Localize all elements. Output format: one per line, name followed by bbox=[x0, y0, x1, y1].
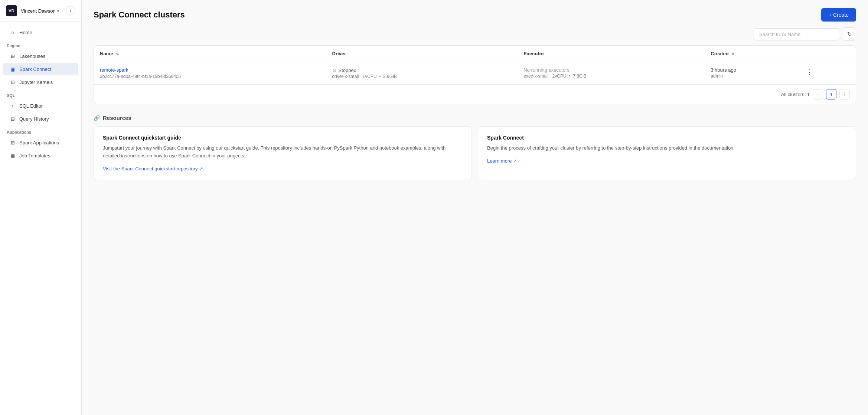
resource-card-2-title: Spark Connect bbox=[487, 135, 847, 141]
resources-label: Resources bbox=[103, 115, 131, 121]
spark-app-icon: ⊞ bbox=[10, 140, 16, 146]
sidebar-item-sql-editor-label: SQL Editor bbox=[19, 103, 43, 109]
created-time: 3 hours ago bbox=[711, 67, 792, 73]
sort-icon-created: ⇅ bbox=[731, 52, 734, 56]
sidebar-item-lakehouses[interactable]: ⊞ Lakehouses bbox=[3, 50, 78, 62]
clusters-table: Name ⇅ Driver Executor Created ⇅ bbox=[94, 46, 856, 84]
applications-section-label: Applications bbox=[0, 125, 81, 136]
refresh-button[interactable]: ↻ bbox=[843, 27, 856, 41]
cell-created: 3 hours ago admin bbox=[705, 62, 798, 85]
col-name: Name ⇅ bbox=[94, 46, 326, 62]
sidebar: VD Vincent Dawson ▾ ‹ ⌂ Home Engine ⊞ La… bbox=[0, 0, 82, 415]
col-actions bbox=[798, 46, 856, 62]
sidebar-item-job-templates-label: Job Templates bbox=[19, 153, 50, 159]
sidebar-collapse-button[interactable]: ‹ bbox=[66, 6, 75, 16]
spark-connect-icon: ▣ bbox=[10, 66, 16, 72]
sidebar-item-query-history-label: Query History bbox=[19, 116, 49, 122]
sidebar-item-job-templates[interactable]: ▦ Job Templates bbox=[3, 149, 78, 162]
col-executor: Executor bbox=[518, 46, 705, 62]
resource-card-2-desc: Begin the process of crafting your clust… bbox=[487, 144, 847, 152]
col-driver: Driver bbox=[326, 46, 518, 62]
sidebar-item-spark-applications[interactable]: ⊞ Spark Applications bbox=[3, 136, 78, 149]
resource-card-quickstart: Spark Connect quickstart guide Jumpstart… bbox=[94, 126, 472, 180]
resources-heading: 🔗 Resources bbox=[94, 115, 856, 121]
engine-section-label: Engine bbox=[0, 39, 81, 49]
cluster-id: 3b2cc77a-bd0a-48f4-bf1a-15b48f369405 bbox=[100, 74, 181, 79]
jupyter-icon: ⊡ bbox=[10, 79, 16, 85]
executor-status-text: No running executors bbox=[523, 67, 699, 73]
driver-status-text: Stopped bbox=[339, 68, 356, 73]
sidebar-item-home[interactable]: ⌂ Home bbox=[3, 26, 78, 39]
sidebar-navigation: ⌂ Home Engine ⊞ Lakehouses ▣ Spark Conne… bbox=[0, 22, 81, 166]
sidebar-item-spark-app-label: Spark Applications bbox=[19, 140, 59, 146]
external-link-icon-1: ↗ bbox=[199, 166, 203, 171]
cell-more: ⋮ bbox=[798, 62, 856, 85]
page-title: Spark Connect clusters bbox=[94, 10, 185, 20]
resources-section: 🔗 Resources Spark Connect quickstart gui… bbox=[94, 115, 856, 180]
page-number-button[interactable]: 1 bbox=[826, 89, 836, 99]
query-history-icon: ⊟ bbox=[10, 116, 16, 122]
sidebar-item-spark-connect[interactable]: ▣ Spark Connect bbox=[3, 63, 78, 75]
sidebar-item-lakehouses-label: Lakehouses bbox=[19, 53, 45, 59]
created-by: admin bbox=[711, 73, 792, 79]
cluster-name-link[interactable]: remote-spark bbox=[100, 67, 320, 73]
more-options-button[interactable]: ⋮ bbox=[804, 67, 815, 77]
resource-card-1-desc: Jumpstart your journey with Spark Connec… bbox=[103, 144, 463, 160]
chevron-down-icon: ▾ bbox=[57, 9, 59, 13]
username-label: Vincent Dawson ▾ bbox=[21, 8, 59, 14]
cell-driver: ⊘ Stopped driver-x-small 1vCPU • 3.9GiB bbox=[326, 62, 518, 85]
sidebar-item-sql-editor[interactable]: ↑ SQL Editor bbox=[3, 99, 78, 112]
clusters-table-container: Name ⇅ Driver Executor Created ⇅ bbox=[94, 45, 856, 104]
col-created: Created ⇅ bbox=[705, 46, 798, 62]
sidebar-item-home-label: Home bbox=[19, 30, 32, 35]
driver-status: ⊘ Stopped bbox=[332, 67, 512, 73]
table-row: remote-spark 3b2cc77a-bd0a-48f4-bf1a-15b… bbox=[94, 62, 856, 85]
stopped-icon: ⊘ bbox=[332, 67, 337, 73]
next-page-button[interactable]: › bbox=[839, 89, 850, 99]
page-header: Spark Connect clusters + Create bbox=[82, 0, 868, 27]
resource-card-1-link-text: Visit the Spark Connect quickstart repos… bbox=[103, 166, 198, 171]
avatar: VD bbox=[6, 5, 17, 16]
resource-card-2-link[interactable]: Learn more ↗ bbox=[487, 158, 847, 164]
lakehouses-icon: ⊞ bbox=[10, 53, 16, 59]
search-input[interactable] bbox=[754, 28, 839, 40]
resource-card-2-link-text: Learn more bbox=[487, 158, 512, 164]
executor-specs: exec-x-small 2vCPU • 7.8GiB bbox=[523, 73, 699, 79]
sql-section-label: SQL bbox=[0, 89, 81, 99]
sidebar-item-spark-connect-label: Spark Connect bbox=[19, 66, 51, 72]
external-link-icon-2: ↗ bbox=[513, 159, 516, 163]
sidebar-item-jupyter-kernels[interactable]: ⊡ Jupyter Kernels bbox=[3, 76, 78, 88]
create-button[interactable]: + Create bbox=[821, 8, 856, 22]
job-templates-icon: ▦ bbox=[10, 153, 16, 159]
cell-name: remote-spark 3b2cc77a-bd0a-48f4-bf1a-15b… bbox=[94, 62, 326, 85]
sql-editor-icon: ↑ bbox=[10, 103, 16, 109]
pagination-label: All clusters: 1 bbox=[781, 92, 810, 97]
sidebar-header: VD Vincent Dawson ▾ ‹ bbox=[0, 0, 81, 22]
cell-executor: No running executors exec-x-small 2vCPU … bbox=[518, 62, 705, 85]
resource-card-docs: Spark Connect Begin the process of craft… bbox=[478, 126, 856, 180]
main-body: ↻ Name ⇅ Driver Executor Created ⇅ bbox=[82, 27, 868, 192]
search-row: ↻ bbox=[94, 27, 856, 41]
resource-card-1-title: Spark Connect quickstart guide bbox=[103, 135, 463, 141]
table-header-row: Name ⇅ Driver Executor Created ⇅ bbox=[94, 46, 856, 62]
resource-card-1-link[interactable]: Visit the Spark Connect quickstart repos… bbox=[103, 166, 463, 171]
pagination-row: All clusters: 1 ‹ 1 › bbox=[94, 84, 856, 104]
sidebar-item-query-history[interactable]: ⊟ Query History bbox=[3, 112, 78, 125]
main-content: Spark Connect clusters + Create ↻ Name ⇅ bbox=[82, 0, 868, 415]
sort-icon-name: ⇅ bbox=[116, 52, 119, 56]
home-icon: ⌂ bbox=[10, 29, 16, 35]
search-wrap bbox=[754, 28, 839, 40]
prev-page-button[interactable]: ‹ bbox=[813, 89, 823, 99]
link-icon: 🔗 bbox=[94, 115, 100, 121]
sidebar-item-jupyter-label: Jupyter Kernels bbox=[19, 79, 53, 85]
resources-grid: Spark Connect quickstart guide Jumpstart… bbox=[94, 126, 856, 180]
driver-specs: driver-x-small 1vCPU • 3.9GiB bbox=[332, 74, 512, 79]
